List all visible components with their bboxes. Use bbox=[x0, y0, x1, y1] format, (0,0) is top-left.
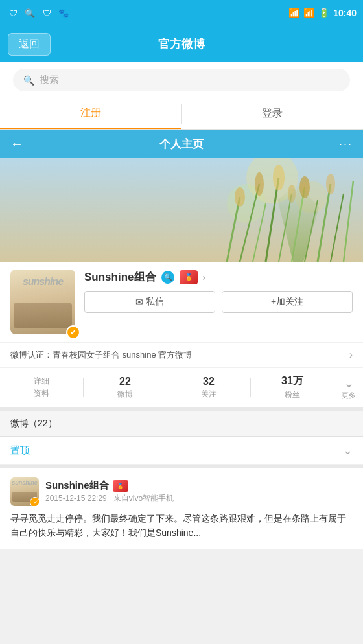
stat-follow[interactable]: 32 关注 bbox=[167, 376, 250, 400]
status-bar-right: 📶 📶 🔋 10:40 bbox=[288, 8, 357, 18]
search-icon: 🔍 bbox=[23, 6, 36, 19]
stat-follow-label: 关注 bbox=[201, 389, 217, 400]
shield2-icon: 🛡 bbox=[40, 6, 53, 19]
pinned-label: 置顶 bbox=[10, 444, 30, 457]
chevron-down-icon: ⌄ bbox=[344, 375, 355, 391]
post-avatar-badge: ✓ bbox=[30, 497, 39, 506]
chevron-right-icon: › bbox=[203, 272, 206, 282]
svg-point-19 bbox=[326, 174, 335, 194]
stat-fans-count: 31万 bbox=[281, 374, 303, 388]
profile-header-bar: ← 个人主页 ··· bbox=[0, 130, 363, 158]
paw-icon: 🐾 bbox=[57, 6, 70, 19]
search-badge-icon: 🔍 bbox=[161, 271, 174, 284]
verify-arrow-icon: › bbox=[349, 349, 353, 361]
verified-badge: ✓ bbox=[66, 325, 80, 339]
post-timestamp: 2015-12-15 22:29 来自vivo智能手机 bbox=[45, 493, 353, 504]
avatar-wrapper: sunshine ✓ bbox=[10, 270, 75, 334]
username-row: Sunshine组合 🔍 🏅 › bbox=[84, 270, 353, 284]
stat-follow-count: 32 bbox=[203, 376, 215, 387]
svg-line-9 bbox=[292, 187, 305, 262]
user-right: Sunshine组合 🔍 🏅 › ✉ 私信 +加关注 bbox=[84, 270, 353, 313]
post-content: 寻寻觅觅走走停停。我们最终确定了下来。尽管这条路跟艰难，但是在条路上有属于自己的… bbox=[10, 511, 353, 540]
search-icon-sm: 🔍 bbox=[23, 75, 34, 86]
svg-point-15 bbox=[255, 172, 264, 196]
stat-weibo-count: 22 bbox=[119, 376, 131, 387]
action-buttons: ✉ 私信 +加关注 bbox=[84, 291, 353, 313]
background-decoration bbox=[0, 158, 363, 262]
tab-login[interactable]: 登录 bbox=[182, 98, 364, 129]
post-username-text: Sunshine组合 bbox=[45, 479, 109, 492]
stat-more-label: 更多 bbox=[342, 391, 356, 400]
shield-icon: 🛡 bbox=[6, 6, 19, 19]
signal-icon: 📶 bbox=[303, 8, 314, 18]
profile-background bbox=[0, 158, 363, 262]
verify-info[interactable]: 微博认证：青春校园女子组合 sunshine 官方微博 › bbox=[0, 342, 363, 367]
clock: 10:40 bbox=[333, 8, 357, 18]
profile-section: ← 个人主页 ··· bbox=[0, 130, 363, 407]
post-medal-icon: 🏅 bbox=[113, 480, 128, 492]
weibo-count-text: 微博（22） bbox=[10, 418, 57, 428]
message-button[interactable]: ✉ 私信 bbox=[84, 291, 215, 313]
profile-title: 个人主页 bbox=[159, 137, 204, 152]
fade-overlay bbox=[0, 605, 363, 644]
wifi-icon: 📶 bbox=[288, 8, 299, 18]
stat-weibo[interactable]: 22 微博 bbox=[84, 376, 167, 400]
battery-icon: 🔋 bbox=[318, 8, 329, 18]
medal-badge: 🏅 bbox=[180, 270, 198, 284]
pinned-row[interactable]: 置顶 ⌄ bbox=[0, 437, 363, 465]
search-input-wrapper[interactable]: 🔍 搜索 bbox=[13, 69, 350, 91]
search-placeholder: 搜索 bbox=[40, 74, 59, 86]
svg-point-16 bbox=[273, 165, 285, 190]
top-nav: 返回 官方微博 bbox=[0, 26, 363, 62]
username: Sunshine组合 bbox=[84, 270, 156, 284]
post-meta: Sunshine组合 🏅 2015-12-15 22:29 来自vivo智能手机 bbox=[45, 479, 353, 504]
avatar: sunshine bbox=[10, 270, 75, 334]
stats-row: 详细 资料 22 微博 32 关注 31万 粉丝 ⌄ 更多 bbox=[0, 367, 363, 407]
stat-profile[interactable]: 详细 资料 bbox=[0, 376, 83, 399]
svg-point-18 bbox=[299, 176, 310, 198]
stat-profile-label2: 资料 bbox=[34, 388, 49, 399]
stat-more-button[interactable]: ⌄ 更多 bbox=[334, 375, 363, 400]
status-bar-left: 🛡 🔍 🛡 🐾 bbox=[6, 6, 70, 19]
follow-button[interactable]: +加关注 bbox=[222, 291, 353, 313]
svg-point-14 bbox=[235, 187, 245, 207]
svg-point-17 bbox=[288, 185, 296, 203]
profile-back-arrow[interactable]: ← bbox=[10, 137, 23, 152]
tab-bar: 注册 登录 bbox=[0, 98, 363, 130]
verify-text: 微博认证：青春校园女子组合 sunshine 官方微博 bbox=[10, 349, 192, 361]
stat-fans-label: 粉丝 bbox=[285, 389, 300, 400]
pinned-arrow-icon: ⌄ bbox=[343, 443, 353, 457]
stat-profile-label: 详细 bbox=[34, 376, 49, 387]
tab-register[interactable]: 注册 bbox=[0, 98, 182, 129]
post-username-row: Sunshine组合 🏅 bbox=[45, 479, 353, 492]
post-header: sunshine ✓ Sunshine组合 🏅 2015-12-15 22:29… bbox=[10, 477, 353, 506]
post-item: sunshine ✓ Sunshine组合 🏅 2015-12-15 22:29… bbox=[0, 465, 363, 549]
user-info-card: sunshine ✓ Sunshine组合 🔍 🏅 › ✉ 私信 bbox=[0, 262, 363, 342]
stat-fans[interactable]: 31万 粉丝 bbox=[251, 374, 334, 400]
message-icon: ✉ bbox=[135, 297, 143, 307]
nav-title: 官方微博 bbox=[158, 36, 205, 52]
stat-weibo-label: 微博 bbox=[117, 389, 133, 400]
back-button[interactable]: 返回 bbox=[8, 33, 51, 56]
post-avatar: sunshine ✓ bbox=[10, 477, 39, 506]
search-bar: 🔍 搜索 bbox=[0, 62, 363, 98]
status-bar: 🛡 🔍 🛡 🐾 📶 📶 🔋 10:40 bbox=[0, 0, 363, 26]
avatar-overlay bbox=[10, 270, 75, 334]
more-button[interactable]: ··· bbox=[339, 137, 353, 151]
weibo-count-bar: 微博（22） bbox=[0, 407, 363, 437]
